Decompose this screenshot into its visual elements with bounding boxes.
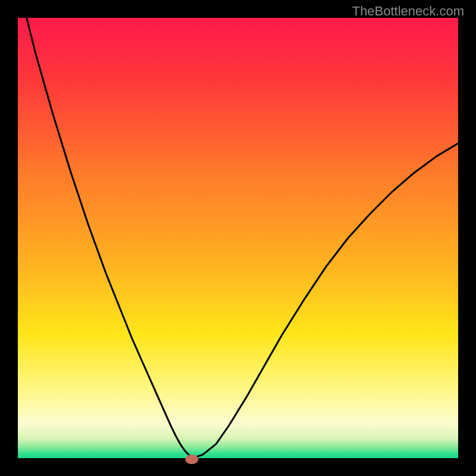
chart-container: { "watermark": "TheBottleneck.com", "cha… (0, 0, 476, 476)
svg-rect-0 (18, 18, 458, 458)
watermark-text: TheBottleneck.com (352, 4, 464, 19)
svg-point-1 (185, 455, 198, 464)
bottleneck-chart (0, 0, 476, 476)
